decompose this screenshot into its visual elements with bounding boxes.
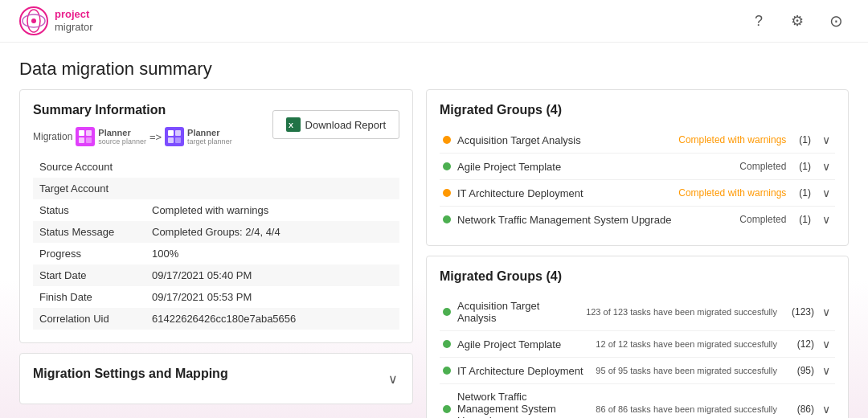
svg-rect-12 [168, 137, 174, 143]
summary-row-value [145, 156, 399, 178]
group-count: (1) [799, 187, 811, 199]
source-planner-label: Planner [98, 128, 146, 137]
migration-arrow: => [149, 131, 162, 143]
summary-row-label: Status Message [33, 221, 145, 243]
svg-rect-6 [86, 130, 92, 136]
group-expand-button[interactable]: ∨ [821, 364, 832, 377]
group-bottom-item: Acquisition Target Analysis123 of 123 ta… [440, 293, 835, 331]
summary-table-row: Target Account [33, 178, 399, 199]
source-planner-icon [76, 127, 95, 146]
svg-rect-11 [175, 130, 181, 136]
summary-table-row: Status MessageCompleted Groups: 2/4, 4/4 [33, 221, 399, 243]
info-table: Source AccountTarget AccountStatusComple… [33, 156, 399, 330]
summary-title: Summary Information [33, 103, 232, 117]
summary-card: Summary Information Migration [19, 89, 413, 343]
target-planner: Planner target planner [165, 127, 232, 146]
svg-rect-7 [79, 137, 84, 143]
group-name: Agile Project Template [457, 338, 589, 350]
group-count: (1) [799, 161, 811, 172]
help-button[interactable]: ? [746, 8, 772, 34]
top-icons: ? ⚙ ⊙ [746, 8, 849, 34]
account-button[interactable]: ⊙ [823, 8, 849, 34]
summary-row-label: Finish Date [33, 286, 145, 308]
migrated-groups-top-card: Migrated Groups (4) Acquisition Target A… [426, 89, 849, 246]
svg-rect-9 [165, 127, 184, 146]
svg-rect-8 [86, 137, 92, 143]
group-status-dot [443, 340, 451, 348]
group-count: (86) [790, 404, 814, 415]
logo-area: project migrator [19, 6, 93, 35]
group-count: (95) [790, 365, 814, 376]
group-expand-button[interactable]: ∨ [821, 305, 832, 318]
settings-button[interactable]: ⚙ [784, 8, 810, 34]
group-name: Network Traffic Management System Upgrad… [457, 391, 589, 418]
group-bottom-item: Network Traffic Management System Upgrad… [440, 384, 835, 418]
summary-row-label: Target Account [33, 178, 145, 199]
group-detail-text: 86 of 86 tasks have been migrated succes… [596, 404, 777, 414]
summary-table-row: Correlation Uid61422626426cc180e7aba5656 [33, 308, 399, 330]
group-count: (1) [799, 214, 811, 225]
group-name: Agile Project Template [457, 161, 733, 173]
summary-left: Summary Information Migration [33, 103, 232, 146]
migration-label: Migration [33, 131, 72, 142]
group-bottom-item: IT Architecture Deployment95 of 95 tasks… [440, 358, 835, 384]
left-panel: Summary Information Migration [19, 89, 413, 418]
group-status-text: Completed [739, 214, 786, 225]
page-title: Data migration summary [0, 43, 868, 89]
group-count: (12) [790, 338, 814, 350]
gear-icon: ⚙ [791, 12, 804, 30]
group-status-text: Completed [739, 161, 786, 172]
target-planner-label: Planner [187, 128, 232, 137]
group-expand-button[interactable]: ∨ [821, 213, 832, 226]
settings-title: Migration Settings and Mapping [33, 367, 228, 381]
summary-row-value: 100% [145, 243, 399, 264]
migration-flow: Migration Planner [33, 127, 232, 146]
summary-table-row: Finish Date09/17/2021 05:53 PM [33, 286, 399, 308]
summary-table-row: Source Account [33, 156, 399, 178]
group-name: IT Architecture Deployment [457, 187, 672, 199]
summary-header: Summary Information Migration [33, 103, 399, 146]
summary-row-value: Completed with warnings [145, 199, 399, 221]
svg-rect-5 [79, 130, 84, 136]
svg-point-3 [31, 18, 36, 23]
right-panel: Migrated Groups (4) Acquisition Target A… [426, 89, 849, 418]
summary-row-label: Start Date [33, 264, 145, 286]
svg-rect-4 [76, 127, 95, 146]
logo-text: project migrator [55, 8, 93, 33]
settings-collapse-header[interactable]: Migration Settings and Mapping ∨ [33, 367, 399, 391]
source-planner-sub: source planner [98, 137, 146, 145]
group-status-dot [443, 405, 451, 413]
group-expand-button[interactable]: ∨ [821, 133, 832, 146]
summary-row-value: 09/17/2021 05:40 PM [145, 264, 399, 286]
main-content: Summary Information Migration [0, 89, 868, 418]
group-count: (123) [790, 306, 814, 318]
group-status-dot [443, 162, 451, 170]
top-bar: project migrator ? ⚙ ⊙ [0, 0, 868, 43]
group-status-dot [443, 367, 451, 375]
excel-icon: X [286, 117, 301, 132]
group-name: Acquisition Target Analysis [457, 134, 672, 146]
group-detail-text: 123 of 123 tasks have been migrated succ… [586, 307, 777, 317]
logo-icon [19, 6, 48, 35]
target-planner-sub: target planner [187, 137, 232, 145]
svg-text:X: X [289, 121, 293, 129]
group-top-item: Network Traffic Management System Upgrad… [440, 207, 835, 232]
summary-table-row: Start Date09/17/2021 05:40 PM [33, 264, 399, 286]
group-status-dot [443, 308, 451, 316]
migrated-groups-bottom-title: Migrated Groups (4) [440, 269, 835, 284]
group-bottom-item: Agile Project Template12 of 12 tasks hav… [440, 331, 835, 358]
group-name: Network Traffic Management System Upgrad… [457, 214, 733, 226]
chevron-down-icon: ∨ [388, 372, 398, 386]
group-top-item: Acquisition Target AnalysisCompleted wit… [440, 127, 835, 154]
download-report-button[interactable]: X Download Report [272, 110, 399, 139]
group-status-dot [443, 189, 451, 197]
group-expand-button[interactable]: ∨ [821, 338, 832, 350]
migrated-groups-top-title: Migrated Groups (4) [440, 103, 835, 117]
group-expand-button[interactable]: ∨ [821, 186, 832, 199]
group-expand-button[interactable]: ∨ [821, 403, 832, 416]
target-planner-icon [165, 127, 184, 146]
group-expand-button[interactable]: ∨ [821, 160, 832, 173]
settings-chevron-button[interactable]: ∨ [387, 371, 399, 387]
group-detail-text: 12 of 12 tasks have been migrated succes… [596, 339, 777, 349]
summary-row-label: Progress [33, 243, 145, 264]
